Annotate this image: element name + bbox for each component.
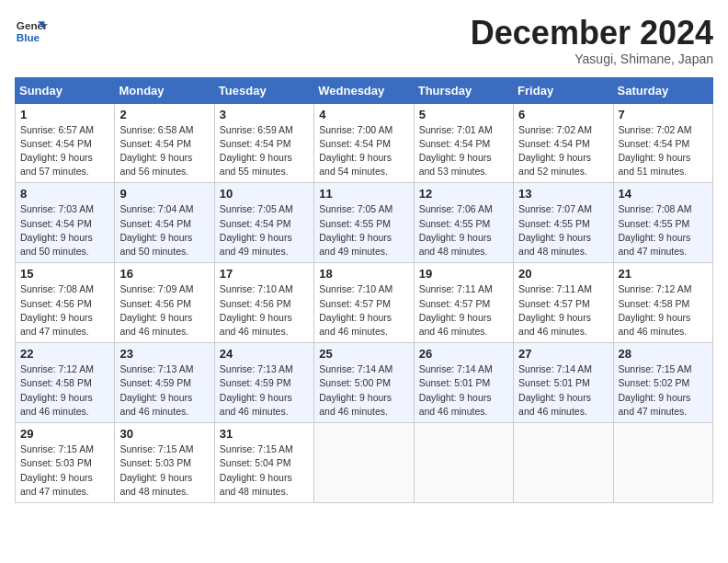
weekday-header-tuesday: Tuesday [214,77,313,103]
day-info: Sunrise: 7:15 AM Sunset: 5:03 PM Dayligh… [119,442,209,499]
calendar-cell [314,423,414,503]
day-number: 30 [119,427,209,441]
day-number: 16 [119,267,209,281]
calendar-cell: 23Sunrise: 7:13 AM Sunset: 4:59 PM Dayli… [115,343,214,423]
day-number: 22 [20,347,109,361]
weekday-header-sunday: Sunday [16,77,115,103]
calendar-cell: 5Sunrise: 7:01 AM Sunset: 4:54 PM Daylig… [414,103,513,183]
logo: General Blue [15,15,48,48]
day-info: Sunrise: 7:14 AM Sunset: 5:01 PM Dayligh… [419,362,508,419]
calendar-table: SundayMondayTuesdayWednesdayThursdayFrid… [15,77,713,503]
day-info: Sunrise: 7:08 AM Sunset: 4:55 PM Dayligh… [619,202,708,259]
day-info: Sunrise: 6:59 AM Sunset: 4:54 PM Dayligh… [220,123,309,179]
calendar-week-row: 29Sunrise: 7:15 AM Sunset: 5:03 PM Dayli… [16,423,713,503]
day-info: Sunrise: 7:14 AM Sunset: 5:00 PM Dayligh… [319,362,408,419]
weekday-header-monday: Monday [115,77,214,103]
day-info: Sunrise: 7:12 AM Sunset: 4:58 PM Dayligh… [20,362,109,419]
day-info: Sunrise: 7:05 AM Sunset: 4:55 PM Dayligh… [319,202,408,259]
day-number: 26 [419,347,508,361]
day-info: Sunrise: 7:02 AM Sunset: 4:54 PM Dayligh… [518,123,608,179]
calendar-cell: 18Sunrise: 7:10 AM Sunset: 4:57 PM Dayli… [314,263,414,343]
calendar-cell: 8Sunrise: 7:03 AM Sunset: 4:54 PM Daylig… [16,183,115,263]
day-info: Sunrise: 7:15 AM Sunset: 5:04 PM Dayligh… [220,442,309,499]
day-info: Sunrise: 7:10 AM Sunset: 4:56 PM Dayligh… [220,282,309,339]
day-number: 1 [20,108,109,121]
day-number: 20 [518,267,608,281]
calendar-cell: 22Sunrise: 7:12 AM Sunset: 4:58 PM Dayli… [16,343,115,423]
calendar-cell: 13Sunrise: 7:07 AM Sunset: 4:55 PM Dayli… [514,183,613,263]
calendar-cell: 6Sunrise: 7:02 AM Sunset: 4:54 PM Daylig… [514,103,613,183]
day-info: Sunrise: 7:02 AM Sunset: 4:54 PM Dayligh… [619,123,708,179]
day-number: 3 [220,108,309,121]
day-number: 12 [419,187,508,201]
calendar-cell [414,423,513,503]
calendar-week-row: 22Sunrise: 7:12 AM Sunset: 4:58 PM Dayli… [16,343,713,423]
day-number: 14 [619,187,708,201]
day-number: 15 [20,267,109,281]
weekday-header-thursday: Thursday [414,77,513,103]
calendar-cell: 11Sunrise: 7:05 AM Sunset: 4:55 PM Dayli… [314,183,414,263]
calendar-cell: 7Sunrise: 7:02 AM Sunset: 4:54 PM Daylig… [613,103,712,183]
title-block: December 2024 Yasugi, Shimane, Japan [471,15,713,66]
day-number: 7 [619,108,708,121]
day-info: Sunrise: 6:57 AM Sunset: 4:54 PM Dayligh… [20,123,109,179]
day-number: 2 [119,108,209,121]
day-number: 27 [518,347,608,361]
day-number: 8 [20,187,109,201]
calendar-cell: 28Sunrise: 7:15 AM Sunset: 5:02 PM Dayli… [613,343,712,423]
calendar-cell: 29Sunrise: 7:15 AM Sunset: 5:03 PM Dayli… [16,423,115,503]
day-number: 25 [319,347,408,361]
calendar-cell: 1Sunrise: 6:57 AM Sunset: 4:54 PM Daylig… [16,103,115,183]
day-info: Sunrise: 7:05 AM Sunset: 4:54 PM Dayligh… [220,202,309,259]
calendar-week-row: 1Sunrise: 6:57 AM Sunset: 4:54 PM Daylig… [16,103,713,183]
calendar-cell: 30Sunrise: 7:15 AM Sunset: 5:03 PM Dayli… [115,423,214,503]
page-header: General Blue December 2024 Yasugi, Shima… [15,15,713,66]
calendar-cell: 21Sunrise: 7:12 AM Sunset: 4:58 PM Dayli… [613,263,712,343]
day-info: Sunrise: 7:03 AM Sunset: 4:54 PM Dayligh… [20,202,109,259]
calendar-cell: 25Sunrise: 7:14 AM Sunset: 5:00 PM Dayli… [314,343,414,423]
day-info: Sunrise: 7:08 AM Sunset: 4:56 PM Dayligh… [20,282,109,339]
day-number: 19 [419,267,508,281]
svg-text:Blue: Blue [17,31,40,43]
day-number: 28 [619,347,708,361]
calendar-cell: 31Sunrise: 7:15 AM Sunset: 5:04 PM Dayli… [214,423,313,503]
day-number: 21 [619,267,708,281]
month-title: December 2024 [471,15,713,52]
day-info: Sunrise: 7:10 AM Sunset: 4:57 PM Dayligh… [319,282,408,339]
day-number: 6 [518,108,608,121]
calendar-cell: 26Sunrise: 7:14 AM Sunset: 5:01 PM Dayli… [414,343,513,423]
calendar-cell: 10Sunrise: 7:05 AM Sunset: 4:54 PM Dayli… [214,183,313,263]
day-number: 23 [119,347,209,361]
day-number: 5 [419,108,508,121]
calendar-week-row: 15Sunrise: 7:08 AM Sunset: 4:56 PM Dayli… [16,263,713,343]
weekday-header-wednesday: Wednesday [314,77,414,103]
weekday-header-friday: Friday [514,77,613,103]
calendar-cell: 3Sunrise: 6:59 AM Sunset: 4:54 PM Daylig… [214,103,313,183]
day-number: 4 [319,108,408,121]
day-number: 17 [220,267,309,281]
day-info: Sunrise: 7:11 AM Sunset: 4:57 PM Dayligh… [419,282,508,339]
day-info: Sunrise: 7:12 AM Sunset: 4:58 PM Dayligh… [619,282,708,339]
calendar-cell: 27Sunrise: 7:14 AM Sunset: 5:01 PM Dayli… [514,343,613,423]
day-info: Sunrise: 7:09 AM Sunset: 4:56 PM Dayligh… [119,282,209,339]
calendar-cell [613,423,712,503]
day-number: 31 [220,427,309,441]
day-info: Sunrise: 6:58 AM Sunset: 4:54 PM Dayligh… [119,123,209,179]
day-number: 13 [518,187,608,201]
day-info: Sunrise: 7:15 AM Sunset: 5:03 PM Dayligh… [20,442,109,499]
calendar-cell: 16Sunrise: 7:09 AM Sunset: 4:56 PM Dayli… [115,263,214,343]
day-number: 18 [319,267,408,281]
day-number: 29 [20,427,109,441]
location-subtitle: Yasugi, Shimane, Japan [471,52,713,66]
day-info: Sunrise: 7:14 AM Sunset: 5:01 PM Dayligh… [518,362,608,419]
calendar-cell: 19Sunrise: 7:11 AM Sunset: 4:57 PM Dayli… [414,263,513,343]
weekday-header-saturday: Saturday [613,77,712,103]
calendar-body: 1Sunrise: 6:57 AM Sunset: 4:54 PM Daylig… [16,103,713,502]
calendar-cell: 2Sunrise: 6:58 AM Sunset: 4:54 PM Daylig… [115,103,214,183]
day-info: Sunrise: 7:15 AM Sunset: 5:02 PM Dayligh… [619,362,708,419]
calendar-header-row: SundayMondayTuesdayWednesdayThursdayFrid… [16,77,713,103]
calendar-cell: 15Sunrise: 7:08 AM Sunset: 4:56 PM Dayli… [16,263,115,343]
day-number: 10 [220,187,309,201]
day-info: Sunrise: 7:00 AM Sunset: 4:54 PM Dayligh… [319,123,408,179]
day-number: 9 [119,187,209,201]
